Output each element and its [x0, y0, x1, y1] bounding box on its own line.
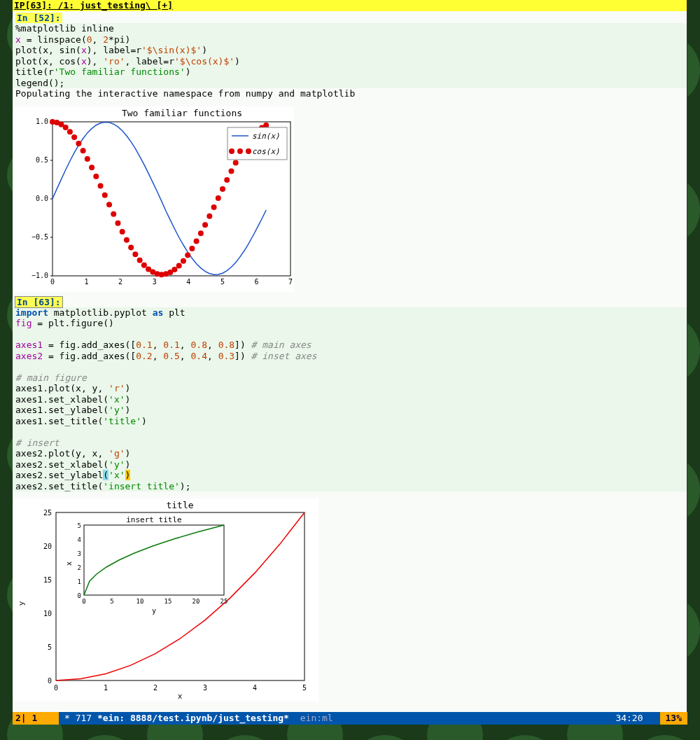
svg-point-61 [233, 160, 239, 165]
mode-line: 2| 1 * 717 *ein: 8888/test.ipynb/just_te… [13, 712, 687, 725]
svg-text:5: 5 [302, 684, 307, 692]
svg-point-35 [120, 229, 125, 235]
svg-text:6: 6 [254, 278, 258, 286]
svg-point-28 [89, 165, 94, 170]
prompt-52: In [52]: [15, 13, 62, 23]
chart2-ylabel: y [17, 601, 26, 606]
svg-text:4: 4 [78, 536, 81, 543]
svg-point-37 [128, 244, 134, 250]
svg-point-31 [102, 192, 108, 197]
inset-yticks: 5 4 3 2 1 0 [78, 522, 81, 599]
svg-text:10: 10 [136, 598, 144, 605]
title-bar: IP[63]: /1: just_testing\ [+] [13, 0, 687, 11]
buffer-name: *ein: 8888/test.ipynb/just_testing* [97, 713, 289, 723]
svg-point-25 [76, 141, 81, 146]
editor-pane[interactable]: IP[63]: /1: just_testing\ [+] In [52]: %… [13, 0, 687, 724]
cell-52: In [52]: %matplotlib inline x = linspace… [13, 13, 687, 295]
svg-text:3: 3 [153, 278, 157, 286]
svg-point-49 [181, 258, 186, 263]
svg-text:1: 1 [78, 578, 81, 585]
svg-text:2: 2 [118, 278, 122, 286]
prompt-63: In [63]: [15, 297, 62, 307]
svg-point-54 [202, 222, 208, 228]
svg-text:1.0: 1.0 [36, 118, 48, 125]
svg-point-55 [206, 213, 212, 218]
svg-text:25: 25 [220, 598, 228, 605]
chart2-xlabel: x [178, 692, 183, 701]
svg-text:2: 2 [78, 564, 81, 571]
inset-xlabel: y [152, 607, 156, 615]
cell-63: In [63]: import matplotlib.pyplot as plt… [13, 297, 687, 706]
svg-point-60 [228, 168, 234, 174]
svg-text:5: 5 [78, 522, 81, 529]
svg-text:10: 10 [43, 610, 52, 617]
svg-text:0.0: 0.0 [36, 195, 48, 202]
chart1-yticks: 1.0 0.5 0.0 −0.5 −1.0 [31, 118, 52, 279]
svg-point-29 [93, 174, 99, 179]
svg-text:sin(x): sin(x) [252, 132, 280, 141]
scroll-pct: 13% [660, 712, 687, 725]
chart2-title: title [166, 500, 193, 510]
svg-text:1: 1 [85, 278, 89, 286]
svg-text:0: 0 [78, 592, 81, 599]
svg-point-53 [198, 230, 204, 236]
chart1-xticks: 0 1 2 3 4 5 6 7 [50, 278, 293, 286]
svg-text:7: 7 [288, 278, 293, 286]
svg-point-38 [132, 251, 138, 257]
svg-text:3: 3 [203, 684, 207, 692]
chart2-yticks: 25 20 15 10 5 0 [43, 509, 52, 685]
svg-point-47 [172, 267, 177, 272]
inset-ylabel: x [65, 561, 73, 566]
code-63[interactable]: import matplotlib.pyplot as plt fig = pl… [13, 307, 687, 492]
svg-text:20: 20 [192, 598, 200, 605]
svg-text:15: 15 [43, 576, 52, 584]
svg-text:3: 3 [78, 550, 81, 557]
svg-text:2: 2 [153, 684, 158, 692]
svg-point-27 [85, 155, 90, 161]
inset-title: insert title [126, 515, 181, 524]
svg-text:5: 5 [110, 598, 113, 605]
svg-point-72 [237, 148, 243, 154]
svg-point-39 [137, 257, 143, 263]
chart1-title: Two familiar functions [122, 108, 242, 118]
svg-point-26 [80, 148, 86, 153]
output-52: Populating the interactive namespace fro… [13, 88, 687, 99]
modeline-badge: 2| 1 [13, 712, 59, 725]
svg-point-22 [63, 125, 69, 130]
svg-point-24 [71, 134, 77, 139]
cursor-pos: 34:20 [615, 712, 643, 725]
chart2-xticks: 0 1 2 3 4 5 [54, 684, 307, 692]
svg-text:0: 0 [48, 677, 52, 685]
svg-point-52 [194, 238, 200, 244]
svg-point-33 [111, 211, 116, 216]
svg-point-36 [124, 237, 130, 242]
major-mode: ein:ml [300, 713, 333, 723]
svg-point-59 [224, 177, 230, 183]
svg-text:15: 15 [164, 598, 172, 605]
svg-text:0: 0 [50, 278, 55, 286]
svg-point-34 [115, 220, 120, 225]
svg-text:4: 4 [186, 278, 190, 286]
inset-xticks: 0 5 10 15 20 25 [82, 598, 227, 605]
svg-point-48 [176, 263, 182, 268]
svg-text:0.5: 0.5 [36, 156, 48, 164]
svg-point-30 [98, 183, 104, 188]
svg-point-56 [211, 204, 217, 209]
svg-text:25: 25 [43, 509, 52, 517]
svg-rect-89 [84, 525, 224, 595]
svg-text:cos(x): cos(x) [252, 147, 280, 156]
code-52[interactable]: %matplotlib inline x = linspace(0, 2*pi)… [13, 23, 687, 88]
svg-text:0: 0 [82, 598, 85, 605]
svg-text:5: 5 [220, 278, 225, 286]
svg-text:4: 4 [253, 684, 257, 692]
svg-point-51 [189, 245, 195, 251]
svg-point-23 [67, 129, 73, 134]
svg-text:1: 1 [104, 684, 108, 692]
svg-text:−1.0: −1.0 [31, 272, 48, 279]
svg-point-32 [106, 202, 112, 207]
svg-point-73 [229, 148, 234, 154]
svg-point-58 [220, 186, 225, 191]
svg-point-50 [185, 252, 190, 258]
svg-point-57 [216, 195, 221, 201]
chart1-legend: sin(x) cos(x) [227, 127, 287, 160]
